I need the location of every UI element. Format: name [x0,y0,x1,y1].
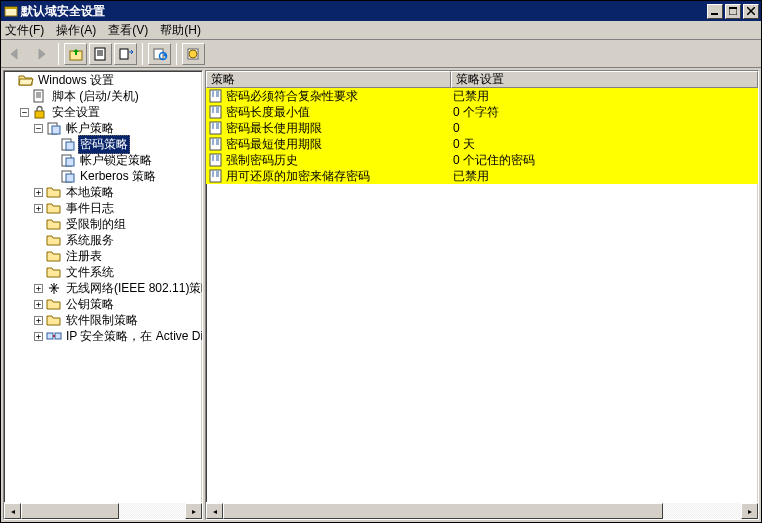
wireless-icon [46,280,62,296]
list-row[interactable]: 用可还原的加密来储存密码 已禁用 [206,168,758,184]
svg-rect-38 [210,106,221,118]
properties-button[interactable] [89,43,112,65]
separator [142,43,143,65]
svg-rect-25 [66,142,74,150]
svg-rect-41 [210,154,221,166]
svg-rect-4 [729,7,737,9]
svg-rect-17 [34,90,43,102]
scroll-thumb[interactable] [21,503,119,519]
content-area: Windows 设置 脚本 (启动/关机) − 安全设置 − 帐户策略 密码 [1,68,761,522]
folder-icon [46,248,62,264]
cell-setting: 0 [453,121,460,135]
policy-icon [60,136,76,152]
svg-rect-2 [711,13,718,15]
menu-file[interactable]: 文件(F) [5,22,44,39]
menu-view[interactable]: 查看(V) [108,22,148,39]
column-setting[interactable]: 策略设置 [451,71,758,88]
maximize-button[interactable] [725,4,741,19]
expand-toggle[interactable]: + [34,332,43,341]
tree-h-scrollbar[interactable]: ◂ ▸ [4,502,202,519]
title-bar: 默认域安全设置 [1,1,761,21]
separator [176,43,177,65]
svg-rect-34 [47,333,53,339]
column-policy[interactable]: 策略 [206,71,451,88]
svg-rect-12 [120,49,128,59]
close-button[interactable] [743,4,759,19]
collapse-toggle[interactable]: − [20,108,29,117]
policy-icon [60,152,76,168]
policy-item-icon [208,168,224,184]
folder-icon [46,296,62,312]
collapse-toggle[interactable]: − [34,124,43,133]
tree-node-ipsec[interactable]: + IP 安全策略，在 Active Directory [4,328,202,344]
folder-icon [46,312,62,328]
expand-toggle[interactable]: + [34,300,43,309]
app-icon [4,4,18,18]
help-button[interactable] [182,43,205,65]
cell-policy: 用可还原的加密来储存密码 [226,168,370,185]
folder-icon [46,264,62,280]
list-header: 策略 策略设置 [206,71,758,88]
scroll-right-button[interactable]: ▸ [185,503,202,519]
svg-rect-21 [35,111,44,118]
ipsec-icon [46,328,62,344]
cell-setting: 0 个字符 [453,104,499,121]
scroll-right-button[interactable]: ▸ [741,503,758,519]
up-button[interactable] [64,43,87,65]
tree-view[interactable]: Windows 设置 脚本 (启动/关机) − 安全设置 − 帐户策略 密码 [4,71,202,502]
lock-icon [32,104,48,120]
svg-rect-35 [55,333,61,339]
folder-icon [46,232,62,248]
svg-rect-13 [154,49,163,59]
scroll-left-button[interactable]: ◂ [4,503,21,519]
cell-setting: 已禁用 [453,168,489,185]
list-body[interactable]: 密码必须符合复杂性要求 已禁用 密码长度最小值 0 个字符 密码最长使用期限 0… [206,88,758,502]
menu-bar: 文件(F) 操作(A) 查看(V) 帮助(H) [1,21,761,40]
svg-point-16 [189,50,197,58]
svg-rect-8 [95,48,105,60]
tree-pane: Windows 设置 脚本 (启动/关机) − 安全设置 − 帐户策略 密码 [3,70,203,520]
list-h-scrollbar[interactable]: ◂ ▸ [206,502,758,519]
toolbar [1,40,761,68]
tree-label: IP 安全策略，在 Active Directory [64,327,202,346]
folder-open-icon [18,72,34,88]
svg-rect-23 [52,126,60,134]
list-pane: 策略 策略设置 密码必须符合复杂性要求 已禁用 密码长度最小值 0 个字符 密码… [205,70,759,520]
svg-rect-40 [210,138,221,150]
expand-toggle[interactable]: + [34,188,43,197]
scroll-thumb[interactable] [223,503,663,519]
minimize-button[interactable] [707,4,723,19]
expand-toggle[interactable]: + [34,204,43,213]
svg-rect-42 [210,170,221,182]
svg-rect-37 [210,90,221,102]
svg-rect-1 [5,7,17,9]
folder-icon [46,216,62,232]
svg-rect-39 [210,122,221,134]
menu-action[interactable]: 操作(A) [56,22,96,39]
script-icon [32,88,48,104]
expand-toggle[interactable]: + [34,316,43,325]
tree-node-scripts[interactable]: 脚本 (启动/关机) [4,88,202,104]
svg-rect-29 [66,174,74,182]
svg-rect-27 [66,158,74,166]
folder-icon [46,184,62,200]
export-button[interactable] [114,43,137,65]
scroll-left-button[interactable]: ◂ [206,503,223,519]
back-button[interactable] [5,43,28,65]
separator [58,43,59,65]
forward-button[interactable] [30,43,53,65]
expand-toggle[interactable]: + [34,284,43,293]
policy-icon [46,120,62,136]
menu-help[interactable]: 帮助(H) [160,22,201,39]
folder-icon [46,200,62,216]
window-title: 默认域安全设置 [21,3,705,20]
refresh-button[interactable] [148,43,171,65]
